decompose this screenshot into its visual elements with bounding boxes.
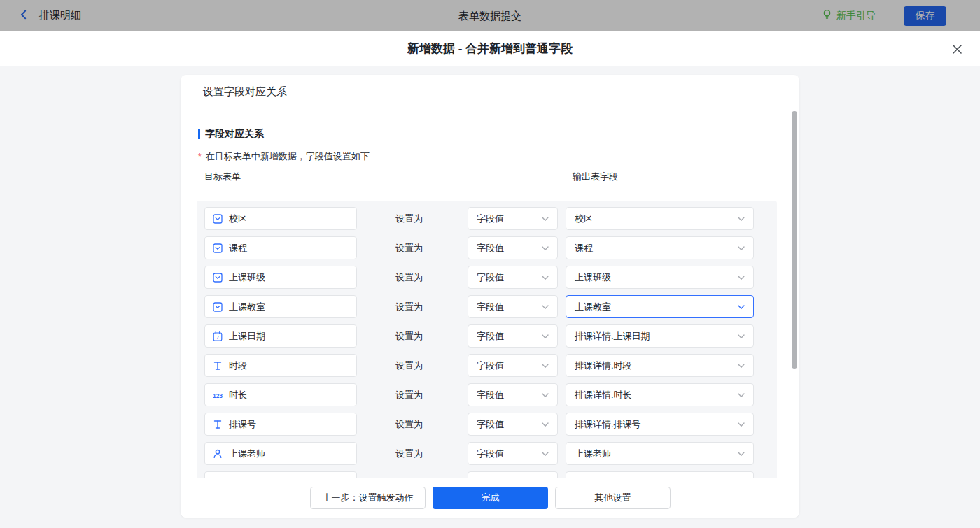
chevron-down-icon bbox=[738, 448, 745, 460]
target-field-box[interactable]: 123 时长 bbox=[204, 383, 357, 406]
mapping-row: 123 时长 设置为 字段值 排课详情.时长 bbox=[197, 383, 777, 406]
mapping-row: 排课号 设置为 字段值 排课详情.排课号 bbox=[197, 413, 777, 436]
output-field-select[interactable]: 排课详情.时段 bbox=[566, 354, 754, 377]
chevron-down-icon bbox=[738, 330, 745, 343]
set-as-label: 设置为 bbox=[396, 442, 423, 465]
chevron-down-icon bbox=[542, 242, 549, 255]
output-field-select[interactable]: 排课详情.上课日期 bbox=[566, 324, 754, 348]
text-icon bbox=[211, 360, 225, 371]
select-field-icon bbox=[211, 213, 225, 224]
save-button[interactable]: 保存 bbox=[904, 6, 946, 26]
svg-text:123: 123 bbox=[213, 392, 223, 399]
target-field-box[interactable]: 排课号 bbox=[204, 413, 357, 436]
mapping-row: 校区 设置为 字段值 校区 bbox=[197, 207, 777, 230]
svg-text:7: 7 bbox=[216, 334, 219, 340]
mapping-row: 课程 设置为 字段值 课程 bbox=[197, 236, 777, 259]
chevron-down-icon bbox=[542, 359, 549, 372]
guide-label: 新手引导 bbox=[836, 10, 876, 22]
target-field-box[interactable] bbox=[204, 471, 357, 478]
value-type-select[interactable]: 字段值 bbox=[468, 413, 558, 436]
target-field-box[interactable]: 7 上课日期 bbox=[204, 324, 357, 348]
modal-body: 设置字段对应关系 字段对应关系 *在目标表单中新增数据，字段值设置如下 目标表单… bbox=[0, 66, 980, 528]
field-label: 时段 bbox=[229, 359, 247, 372]
mapping-note: *在目标表单中新增数据，字段值设置如下 bbox=[198, 150, 370, 163]
output-field-select[interactable]: 校区 bbox=[566, 207, 754, 230]
close-icon[interactable] bbox=[951, 43, 963, 55]
mapping-row: 上课教室 设置为 字段值 上课教室 bbox=[197, 295, 777, 318]
other-settings-button[interactable]: 其他设置 bbox=[555, 487, 671, 509]
target-field-box[interactable]: 上课老师 bbox=[204, 442, 357, 465]
lightbulb-icon bbox=[822, 9, 832, 23]
mapping-row: 时段 设置为 字段值 排课详情.时段 bbox=[197, 354, 777, 377]
output-field-select[interactable]: 上课班级 bbox=[566, 266, 754, 289]
field-label: 上课日期 bbox=[229, 330, 265, 343]
chevron-down-icon bbox=[542, 213, 549, 225]
mapping-row: 上课老师 设置为 字段值 上课老师 bbox=[197, 442, 777, 465]
required-asterisk: * bbox=[198, 152, 202, 162]
field-label: 校区 bbox=[229, 213, 247, 225]
chevron-down-icon bbox=[738, 418, 745, 431]
chevron-down-icon bbox=[738, 271, 745, 284]
modal-header: 新增数据 - 合并新增到普通字段 bbox=[0, 31, 980, 66]
chevron-down-icon bbox=[738, 359, 745, 372]
chevron-down-icon bbox=[738, 242, 745, 255]
value-type-select[interactable]: 字段值 bbox=[468, 383, 558, 406]
field-label: 排课号 bbox=[229, 418, 256, 431]
panel-footer: 上一步：设置触发动作 完成 其他设置 bbox=[181, 478, 799, 518]
value-type-select[interactable] bbox=[468, 471, 558, 478]
value-type-select[interactable]: 字段值 bbox=[468, 442, 558, 465]
set-as-label: 设置为 bbox=[396, 207, 423, 230]
value-type-select[interactable]: 字段值 bbox=[468, 354, 558, 377]
field-mapping-panel: 设置字段对应关系 字段对应关系 *在目标表单中新增数据，字段值设置如下 目标表单… bbox=[181, 75, 799, 518]
value-type-select[interactable]: 字段值 bbox=[468, 324, 558, 348]
output-field-select[interactable]: 课程 bbox=[566, 236, 754, 259]
scrollbar-thumb[interactable] bbox=[792, 111, 797, 369]
set-as-label: 设置为 bbox=[396, 324, 423, 348]
chevron-down-icon bbox=[738, 213, 745, 225]
section-title: 字段对应关系 bbox=[198, 128, 264, 141]
beginner-guide-button[interactable]: 新手引导 bbox=[822, 9, 876, 23]
value-type-select[interactable]: 字段值 bbox=[468, 295, 558, 318]
set-as-label: 设置为 bbox=[396, 383, 423, 406]
output-field-select[interactable]: 排课详情.排课号 bbox=[566, 413, 754, 436]
modal-title: 新增数据 - 合并新增到普通字段 bbox=[407, 41, 573, 57]
previous-step-button[interactable]: 上一步：设置触发动作 bbox=[310, 487, 426, 509]
done-button[interactable]: 完成 bbox=[433, 487, 548, 509]
set-as-label: 设置为 bbox=[396, 413, 423, 436]
target-field-box[interactable]: 校区 bbox=[204, 207, 357, 230]
select-field-icon bbox=[211, 272, 225, 283]
column-header-target-form: 目标表单 bbox=[204, 171, 241, 183]
date-icon: 7 bbox=[211, 331, 225, 342]
chevron-down-icon bbox=[542, 330, 549, 343]
chevron-down-icon bbox=[738, 301, 745, 313]
target-field-box[interactable]: 时段 bbox=[204, 354, 357, 377]
value-type-select[interactable]: 字段值 bbox=[468, 266, 558, 289]
select-field-icon bbox=[211, 301, 225, 313]
chevron-down-icon bbox=[542, 389, 549, 401]
field-label: 上课教室 bbox=[229, 301, 265, 313]
set-as-label: 设置为 bbox=[396, 236, 423, 259]
target-field-box[interactable]: 课程 bbox=[204, 236, 357, 259]
field-label: 时长 bbox=[229, 389, 247, 401]
field-label: 上课老师 bbox=[229, 448, 265, 460]
output-field-select[interactable]: 上课老师 bbox=[566, 442, 754, 465]
panel-header: 设置字段对应关系 bbox=[181, 75, 799, 108]
output-field-select[interactable] bbox=[566, 471, 754, 478]
chevron-down-icon bbox=[542, 271, 549, 284]
member-icon bbox=[211, 448, 225, 459]
column-divider bbox=[200, 187, 777, 187]
chevron-down-icon bbox=[738, 389, 745, 401]
select-field-icon bbox=[211, 243, 225, 254]
set-as-label: 设置为 bbox=[396, 354, 423, 377]
target-field-box[interactable]: 上课教室 bbox=[204, 295, 357, 318]
field-label: 上课班级 bbox=[229, 271, 265, 284]
mapping-row bbox=[197, 471, 777, 478]
target-field-box[interactable]: 上课班级 bbox=[204, 266, 357, 289]
chevron-down-icon bbox=[542, 301, 549, 313]
field-label: 课程 bbox=[229, 242, 247, 255]
value-type-select[interactable]: 字段值 bbox=[468, 236, 558, 259]
value-type-select[interactable]: 字段值 bbox=[468, 207, 558, 230]
output-field-select[interactable]: 排课详情.时长 bbox=[566, 383, 754, 406]
set-as-label: 设置为 bbox=[396, 295, 423, 318]
output-field-select[interactable]: 上课教室 bbox=[566, 295, 754, 318]
